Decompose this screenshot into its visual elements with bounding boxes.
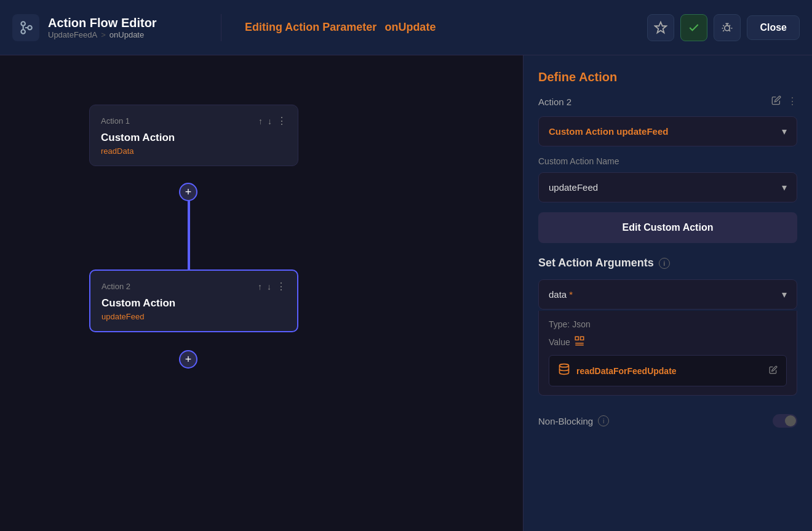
header-center: Editing Action Parameter onUpdate [221, 21, 647, 34]
node-2-subtitle: updateFeed [102, 312, 286, 321]
action-row-label: Action 2 [538, 97, 571, 107]
node-2-more-menu[interactable]: ⋮ [276, 281, 286, 292]
canvas: Action 1 ↑ ↓ ⋮ Custom Action readData + … [0, 55, 523, 531]
db-icon [558, 363, 570, 378]
title-group: Action Flow Editor UpdateFeedA > onUpdat… [48, 16, 157, 39]
toggle-knob [785, 415, 796, 426]
custom-action-name-value: updateFeed [549, 182, 598, 193]
editing-label: Editing Action Parameter onUpdate [240, 21, 436, 34]
node-2-up-arrow[interactable]: ↑ [258, 282, 262, 292]
node-2-header: Action 2 ↑ ↓ ⋮ [102, 281, 286, 292]
plugin-button[interactable] [647, 14, 674, 41]
custom-action-dropdown-text: Custom Action updateFeed [549, 126, 668, 137]
node-1-actions: ↑ ↓ ⋮ [258, 115, 287, 127]
svg-point-1 [21, 30, 25, 34]
svg-point-4 [725, 25, 730, 30]
argument-dropdown-arrow: ▾ [782, 289, 787, 300]
non-blocking-label: Non-Blocking i [538, 415, 609, 426]
header: Action Flow Editor UpdateFeedA > onUpdat… [0, 0, 812, 55]
argument-expanded: Type: Json Value [538, 311, 797, 396]
edit-custom-action-button[interactable]: Edit Custom Action [538, 212, 797, 243]
node-2-label: Action 2 [102, 282, 130, 291]
value-row: Value [549, 335, 787, 349]
value-field-content: readDataForFeedUpdate [558, 363, 677, 378]
svg-rect-6 [580, 337, 583, 340]
node-1-more-menu[interactable]: ⋮ [277, 115, 287, 127]
node-1-down-arrow[interactable]: ↓ [268, 116, 272, 126]
svg-marker-3 [655, 22, 666, 32]
app-title: Action Flow Editor [48, 16, 157, 30]
action-node-1[interactable]: Action 1 ↑ ↓ ⋮ Custom Action readData [89, 105, 298, 166]
value-edit-icon[interactable] [769, 365, 778, 376]
check-button[interactable] [680, 14, 707, 41]
add-button-2[interactable]: + [179, 350, 197, 369]
bug-button[interactable] [714, 14, 741, 41]
right-panel: Define Action Action 2 ⋮ Custom Action u… [523, 55, 812, 531]
action-row-icons: ⋮ [771, 95, 797, 108]
node-2-title: Custom Action [102, 297, 286, 309]
custom-action-name-dropdown[interactable]: updateFeed ▾ [538, 172, 797, 202]
node-1-up-arrow[interactable]: ↑ [258, 116, 263, 126]
non-blocking-info-icon: i [598, 415, 609, 426]
action-node-2[interactable]: Action 2 ↑ ↓ ⋮ Custom Action updateFeed [89, 269, 298, 332]
header-left: Action Flow Editor UpdateFeedA > onUpdat… [12, 14, 221, 41]
connector-line [188, 192, 190, 272]
non-blocking-toggle[interactable] [773, 414, 797, 428]
edit-pencil-icon[interactable] [771, 95, 781, 108]
node-1-header: Action 1 ↑ ↓ ⋮ [101, 115, 287, 127]
more-options-icon[interactable]: ⋮ [787, 95, 797, 108]
svg-point-2 [28, 25, 32, 30]
action-row: Action 2 ⋮ [538, 95, 797, 108]
custom-action-name-label: Custom Action Name [538, 156, 797, 166]
custom-action-name-arrow: ▾ [782, 182, 787, 193]
type-row: Type: Json [549, 319, 787, 329]
argument-dropdown[interactable]: data* ▾ [538, 279, 797, 309]
node-1-label: Action 1 [101, 116, 130, 126]
non-blocking-row: Non-Blocking i [538, 405, 797, 436]
svg-rect-5 [575, 337, 578, 340]
svg-point-0 [21, 22, 25, 26]
value-label: Value [549, 337, 570, 347]
main: Action 1 ↑ ↓ ⋮ Custom Action readData + … [0, 55, 812, 531]
custom-action-dropdown-arrow: ▾ [782, 126, 787, 137]
breadcrumb: UpdateFeedA > onUpdate [48, 30, 157, 39]
breadcrumb-parent: UpdateFeedA [48, 30, 97, 39]
node-1-subtitle: readData [101, 146, 287, 156]
value-text: readDataForFeedUpdate [576, 366, 677, 376]
close-button[interactable]: Close [747, 15, 800, 40]
custom-action-dropdown[interactable]: Custom Action updateFeed ▾ [538, 116, 797, 146]
argument-label: data* [549, 289, 573, 300]
panel-section-title: Define Action [538, 70, 797, 84]
svg-point-9 [560, 364, 569, 367]
header-right: Close [647, 14, 800, 41]
value-mode-icon[interactable] [574, 335, 585, 349]
set-action-info-icon: i [659, 258, 670, 269]
node-2-actions: ↑ ↓ ⋮ [258, 281, 286, 292]
value-field[interactable]: readDataForFeedUpdate [549, 355, 787, 386]
set-action-title: Set Action Arguments i [538, 257, 797, 269]
action-flow-icon [12, 14, 39, 41]
breadcrumb-current: onUpdate [109, 30, 144, 39]
add-button-1[interactable]: + [179, 183, 197, 201]
node-2-down-arrow[interactable]: ↓ [267, 282, 271, 292]
node-1-title: Custom Action [101, 132, 287, 144]
breadcrumb-arrow: > [101, 30, 106, 39]
